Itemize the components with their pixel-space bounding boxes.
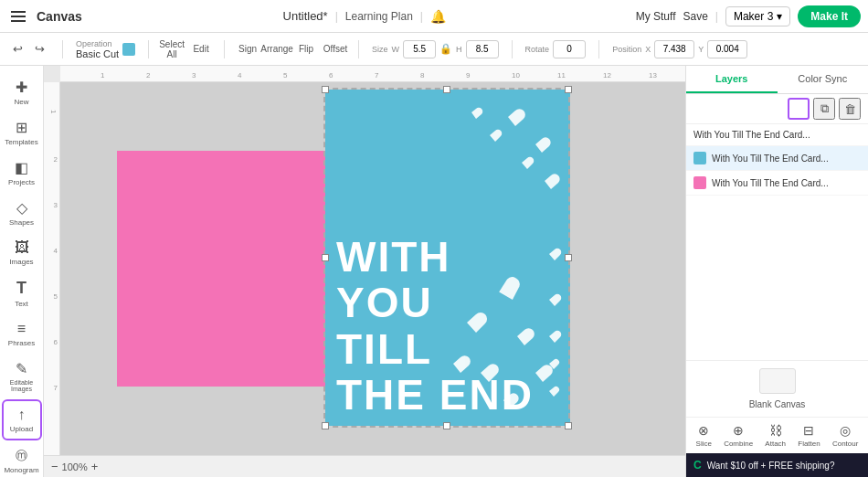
flip-button[interactable]: Flip	[296, 39, 316, 59]
promo-banner[interactable]: C Want $10 off + FREE shipping?	[686, 453, 868, 477]
layer-color-pink	[693, 176, 706, 189]
card-text: WITH YOUTILLTHE END	[325, 227, 570, 426]
attach-icon: ⛓	[769, 423, 782, 438]
right-tabs: Layers Color Sync	[686, 66, 868, 94]
pink-rectangle[interactable]	[117, 151, 342, 387]
text-icon: T	[16, 279, 26, 298]
delete-layer-button[interactable]: 🗑	[839, 98, 861, 120]
top-center: Untitled* | Learning Plan | 🔔	[101, 9, 629, 24]
attach-tool[interactable]: ⛓ Attach	[765, 423, 786, 448]
operation-group: Operation Basic Cut	[76, 39, 135, 59]
top-bar: Canvas Untitled* | Learning Plan | 🔔 My …	[0, 0, 868, 33]
tab-color-sync[interactable]: Color Sync	[778, 66, 869, 93]
sidebar-item-upload[interactable]: ↑ Upload	[2, 399, 42, 440]
undo-redo-group: ↩ ↪	[7, 39, 49, 59]
layer-item-1[interactable]: With You Till The End Card...	[686, 124, 868, 146]
sidebar-item-text[interactable]: T Text	[2, 273, 42, 313]
size-group: Size W 🔒 H	[372, 40, 499, 58]
combine-tool[interactable]: ⊕ Combine	[724, 423, 753, 448]
blue-card[interactable]: WITH YOUTILLTHE END	[325, 90, 570, 426]
new-icon: ✚	[16, 79, 27, 96]
layer-color-blue	[693, 152, 706, 164]
bottom-tools: ⊗ Slice ⊕ Combine ⛓ Attach ⊟ Flatten ◎ C…	[686, 417, 868, 453]
slice-icon: ⊗	[698, 423, 709, 438]
zoom-level: 100%	[62, 461, 88, 472]
bell-icon[interactable]: 🔔	[430, 9, 446, 24]
arrange-button[interactable]: Arrange	[267, 39, 287, 59]
rotate-input[interactable]	[553, 40, 586, 58]
position-y-input[interactable]	[707, 40, 747, 58]
templates-icon: ⊞	[16, 119, 27, 136]
learning-plan[interactable]: Learning Plan	[345, 10, 413, 23]
lock-icon[interactable]: 🔒	[439, 43, 452, 55]
sidebar-item-monogram[interactable]: ⓜ Monogram	[2, 442, 42, 477]
slice-tool[interactable]: ⊗ Slice	[696, 423, 712, 448]
rotate-group: Rotate	[525, 40, 587, 58]
color-swatch[interactable]	[122, 43, 135, 56]
select-all-button[interactable]: Select All	[162, 39, 182, 59]
top-right: My Stuff Save | Maker 3 ▾ Make It	[636, 5, 861, 27]
left-sidebar: ✚ New ⊞ Templates ◧ Projects ◇ Shapes 🖼 …	[0, 66, 44, 477]
sidebar-item-editable-images[interactable]: ✎ Editable Images	[2, 355, 42, 398]
make-it-button[interactable]: Make It	[798, 5, 861, 27]
images-icon: 🖼	[15, 239, 29, 256]
sidebar-item-shapes[interactable]: ◇ Shapes	[2, 194, 42, 232]
cricut-logo: C	[693, 459, 702, 472]
position-x-input[interactable]	[654, 40, 694, 58]
height-input[interactable]	[466, 40, 499, 58]
app-title: Canvas	[37, 9, 82, 24]
ruler-horizontal: 1 2 3 4 5 6 7 8 9 10 11 12 13	[60, 66, 685, 82]
flatten-tool[interactable]: ⊟ Flatten	[798, 423, 820, 448]
hamburger-menu[interactable]	[7, 7, 29, 26]
duplicate-layer-button[interactable]: ⧉	[813, 98, 835, 120]
sidebar-item-phrases[interactable]: ≡ Phrases	[2, 315, 42, 353]
blank-canvas-label: Blank Canvas	[749, 399, 806, 409]
sidebar-item-projects[interactable]: ◧ Projects	[2, 154, 42, 192]
redo-button[interactable]: ↪	[29, 39, 49, 59]
zoom-plus-button[interactable]: +	[91, 460, 99, 473]
layers-header: ⧉ 🗑	[686, 94, 868, 124]
sidebar-item-images[interactable]: 🖼 Images	[2, 234, 42, 271]
layer-item-2[interactable]: With You Till The End Card...	[686, 146, 868, 171]
machine-selector[interactable]: Maker 3 ▾	[725, 6, 790, 26]
main-area: ✚ New ⊞ Templates ◧ Projects ◇ Shapes 🖼 …	[0, 66, 868, 477]
sidebar-item-templates[interactable]: ⊞ Templates	[2, 113, 42, 152]
contour-tool[interactable]: ◎ Contour	[832, 423, 858, 448]
shapes-icon: ◇	[16, 199, 27, 217]
phrases-icon: ≡	[17, 321, 26, 337]
projects-icon: ◧	[15, 159, 28, 176]
position-group: Position X Y	[612, 40, 747, 58]
layer-item-3[interactable]: With You Till The End Card...	[686, 171, 868, 196]
zoom-bar: − 100% +	[44, 455, 685, 477]
combine-icon: ⊕	[733, 423, 744, 438]
blank-canvas-swatch[interactable]	[759, 368, 796, 394]
doc-title: Untitled*	[283, 9, 328, 23]
toolbar: ↩ ↪ Operation Basic Cut Select All Edit …	[0, 33, 868, 66]
sign-button[interactable]: Sign	[238, 39, 258, 59]
undo-button[interactable]: ↩	[7, 39, 27, 59]
canvas-area[interactable]: 1 2 3 4 5 6 7 8 9 10 11 12 13 1 2 3 4	[44, 66, 685, 477]
ruler-vertical: 1 2 3 4 5 6 7	[44, 82, 60, 455]
upload-icon: ↑	[18, 407, 26, 423]
canvas-content[interactable]: WITH YOUTILLTHE END	[60, 82, 685, 455]
zoom-minus-button[interactable]: −	[51, 460, 58, 473]
editable-images-icon: ✎	[16, 360, 27, 377]
monogram-icon: ⓜ	[16, 448, 27, 464]
selected-layer-box	[788, 98, 810, 120]
width-input[interactable]	[403, 40, 436, 58]
blank-canvas-section: Blank Canvas	[686, 360, 868, 417]
banner-text: Want $10 off + FREE shipping?	[707, 461, 861, 471]
my-stuff-button[interactable]: My Stuff	[636, 10, 676, 23]
flatten-icon: ⊟	[803, 423, 814, 438]
edit-button[interactable]: Edit	[191, 39, 211, 59]
contour-icon: ◎	[840, 423, 851, 438]
sidebar-item-new[interactable]: ✚ New	[2, 73, 42, 111]
save-button[interactable]: Save	[683, 10, 707, 23]
tab-layers[interactable]: Layers	[686, 66, 778, 93]
right-panel: Layers Color Sync ⧉ 🗑 With You Till The …	[685, 66, 868, 477]
offset-button[interactable]: Offset	[325, 39, 345, 59]
